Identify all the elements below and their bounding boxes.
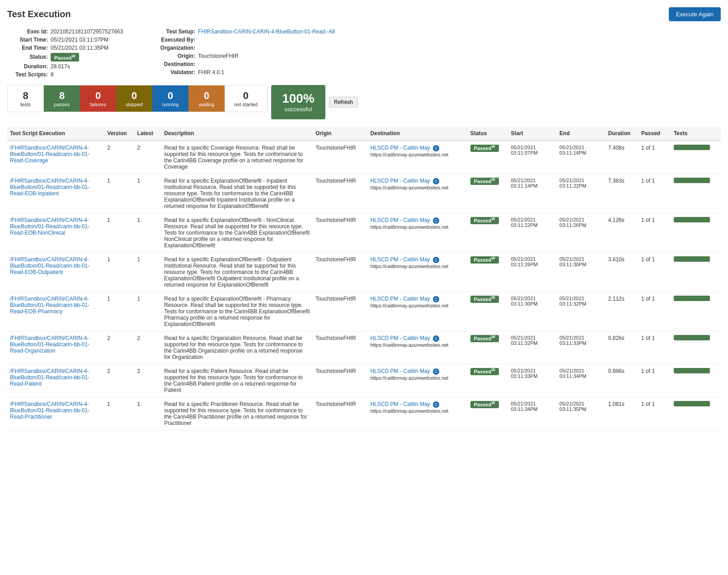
script-cell: /FHIRSandbox/CARIN/CARIN-4-BlueButton/01… xyxy=(7,292,104,331)
dest-c-icon: C xyxy=(433,401,439,408)
validator-value: FHIR 4.0.1 xyxy=(198,69,224,75)
dest-cell: HLSCD PM - Caitlin May C https://caitlin… xyxy=(368,331,468,364)
table-row: /FHIRSandbox/CARIN/CARIN-4-BlueButton/01… xyxy=(7,141,721,174)
end-cell: 05/21/202103:11:34PM xyxy=(557,364,606,397)
script-link[interactable]: /FHIRSandbox/CARIN/CARIN-4-BlueButton/01… xyxy=(10,178,89,197)
end-cell: 05/21/202103:11:35PM xyxy=(557,397,606,430)
table-row: /FHIRSandbox/CARIN/CARIN-4-BlueButton/01… xyxy=(7,331,721,364)
duration-cell: 7.408s xyxy=(606,141,639,174)
passed-badge: PassedW xyxy=(470,178,499,185)
passed-cell: 1 of 1 xyxy=(639,364,671,397)
script-cell: /FHIRSandbox/CARIN/CARIN-4-BlueButton/01… xyxy=(7,141,104,174)
end-cell: 05/21/202103:11:32PM xyxy=(557,292,606,331)
origin-cell: TouchstoneFHIR xyxy=(313,397,367,430)
start-cell: 05/21/202103:11:07PM xyxy=(508,141,557,174)
end-cell: 05/21/202103:11:26PM xyxy=(557,213,606,252)
col-header-version: Version xyxy=(104,127,134,141)
script-link[interactable]: /FHIRSandbox/CARIN/CARIN-4-BlueButton/01… xyxy=(10,401,89,420)
passed-cell: 1 of 1 xyxy=(639,141,671,174)
dest-link[interactable]: HLSCD PM - Caitlin May C xyxy=(371,256,439,263)
col-header-dest: Destination xyxy=(368,127,468,141)
script-link[interactable]: /FHIRSandbox/CARIN/CARIN-4-BlueButton/01… xyxy=(10,368,89,387)
script-link[interactable]: /FHIRSandbox/CARIN/CARIN-4-BlueButton/01… xyxy=(10,296,89,315)
progress-bar xyxy=(674,368,710,373)
start-cell: 05/21/202103:11:22PM xyxy=(508,213,557,252)
dest-link[interactable]: HLSCD PM - Caitlin May C xyxy=(371,335,439,341)
script-link[interactable]: /FHIRSandbox/CARIN/CARIN-4-BlueButton/01… xyxy=(10,335,89,354)
dest-link[interactable]: HLSCD PM - Caitlin May C xyxy=(371,217,439,223)
latest-cell: 1 xyxy=(135,252,162,292)
table-row: /FHIRSandbox/CARIN/CARIN-4-BlueButton/01… xyxy=(7,292,721,331)
passed-cell: 1 of 1 xyxy=(639,397,671,430)
passes-label: passes xyxy=(54,102,70,107)
origin-cell: TouchstoneFHIR xyxy=(313,141,367,174)
desc-cell: Read for a specific ExplanationOfBenefit… xyxy=(161,292,313,331)
tests-num: 8 xyxy=(23,90,28,102)
status-cell: PassedW xyxy=(468,174,508,213)
dest-cell: HLSCD PM - Caitlin May C https://caitlin… xyxy=(368,252,468,292)
end-time-label: End Time: xyxy=(7,45,48,51)
script-cell: /FHIRSandbox/CARIN/CARIN-4-BlueButton/01… xyxy=(7,213,104,252)
duration-value: 28.017s xyxy=(51,63,70,70)
passed-cell: 1 of 1 xyxy=(639,213,671,252)
stats-section: 8 tests 8 passes 0 failures 0 skipped 0 … xyxy=(7,85,721,119)
dest-url: https://caitlinmay.azurewebsites.net xyxy=(371,152,449,157)
passes-num: 8 xyxy=(59,90,65,102)
duration-cell: 0.826s xyxy=(606,331,639,364)
passed-badge: PassedW xyxy=(470,256,499,264)
progress-bar xyxy=(674,217,710,222)
dest-link[interactable]: HLSCD PM - Caitlin May C xyxy=(371,178,439,184)
refresh-button[interactable]: Refresh xyxy=(329,97,358,108)
origin-cell: TouchstoneFHIR xyxy=(313,292,367,331)
dest-link[interactable]: HLSCD PM - Caitlin May C xyxy=(371,368,439,374)
tests-cell xyxy=(671,397,721,430)
tests-cell xyxy=(671,292,721,331)
test-execution-table: Test Script Execution Version Latest Des… xyxy=(7,127,721,430)
dest-link[interactable]: HLSCD PM - Caitlin May C xyxy=(371,145,439,151)
progress-bar xyxy=(674,401,710,406)
dest-cell: HLSCD PM - Caitlin May C https://caitlin… xyxy=(368,213,468,252)
col-header-start: Start xyxy=(508,127,557,141)
start-cell: 05/21/202103:11:26PM xyxy=(508,252,557,292)
table-row: /FHIRSandbox/CARIN/CARIN-4-BlueButton/01… xyxy=(7,364,721,397)
table-row: /FHIRSandbox/CARIN/CARIN-4-BlueButton/01… xyxy=(7,213,721,252)
passed-cell: 1 of 1 xyxy=(639,252,671,292)
status-cell: PassedW xyxy=(468,331,508,364)
script-link[interactable]: /FHIRSandbox/CARIN/CARIN-4-BlueButton/01… xyxy=(10,217,89,236)
execute-again-button[interactable]: Execute Again xyxy=(669,7,721,21)
dest-cell: HLSCD PM - Caitlin May C https://caitlin… xyxy=(368,141,468,174)
not-started-num: 0 xyxy=(243,90,249,102)
script-link[interactable]: /FHIRSandbox/CARIN/CARIN-4-BlueButton/01… xyxy=(10,256,89,275)
test-setup-label: Test Setup: xyxy=(141,28,195,35)
passed-cell: 1 of 1 xyxy=(639,174,671,213)
organization-label: Organization: xyxy=(141,45,195,51)
passed-cell: 1 of 1 xyxy=(639,292,671,331)
origin-value: TouchstoneFHIR xyxy=(198,53,238,59)
desc-cell: Read for a specific Coverage Resource. R… xyxy=(161,141,313,174)
stats-bar: 8 tests 8 passes 0 failures 0 skipped 0 … xyxy=(7,85,268,112)
success-box: 100% successful xyxy=(271,85,325,119)
script-cell: /FHIRSandbox/CARIN/CARIN-4-BlueButton/01… xyxy=(7,331,104,364)
page-title: Test Execution xyxy=(7,9,71,19)
status-cell: PassedW xyxy=(468,252,508,292)
test-setup-link[interactable]: FHIRSandbox-CARIN-CARIN-4-BlueButton-01-… xyxy=(198,28,335,35)
col-header-script: Test Script Execution xyxy=(7,127,104,141)
progress-bar xyxy=(674,296,710,301)
tests-cell xyxy=(671,364,721,397)
dest-link[interactable]: HLSCD PM - Caitlin May C xyxy=(371,296,439,302)
desc-cell: Read for a specific Organization Resourc… xyxy=(161,331,313,364)
meta-right: Test Setup: FHIRSandbox-CARIN-CARIN-4-Bl… xyxy=(141,28,335,78)
origin-cell: TouchstoneFHIR xyxy=(313,252,367,292)
running-num: 0 xyxy=(168,90,173,102)
duration-label: Duration: xyxy=(7,63,48,70)
script-link[interactable]: /FHIRSandbox/CARIN/CARIN-4-BlueButton/01… xyxy=(10,145,89,164)
executed-by-label: Executed By: xyxy=(141,37,195,43)
meta-left: Exec Id: 202105211811072957527663 Start … xyxy=(7,28,123,78)
dest-link[interactable]: HLSCD PM - Caitlin May C xyxy=(371,401,439,407)
latest-cell: 2 xyxy=(135,331,162,364)
script-cell: /FHIRSandbox/CARIN/CARIN-4-BlueButton/01… xyxy=(7,174,104,213)
destination-label: Destination: xyxy=(141,61,195,67)
start-time-label: Start Time: xyxy=(7,37,48,43)
status-badge: PassedW xyxy=(51,53,79,61)
tests-stat: 8 tests xyxy=(8,85,44,112)
